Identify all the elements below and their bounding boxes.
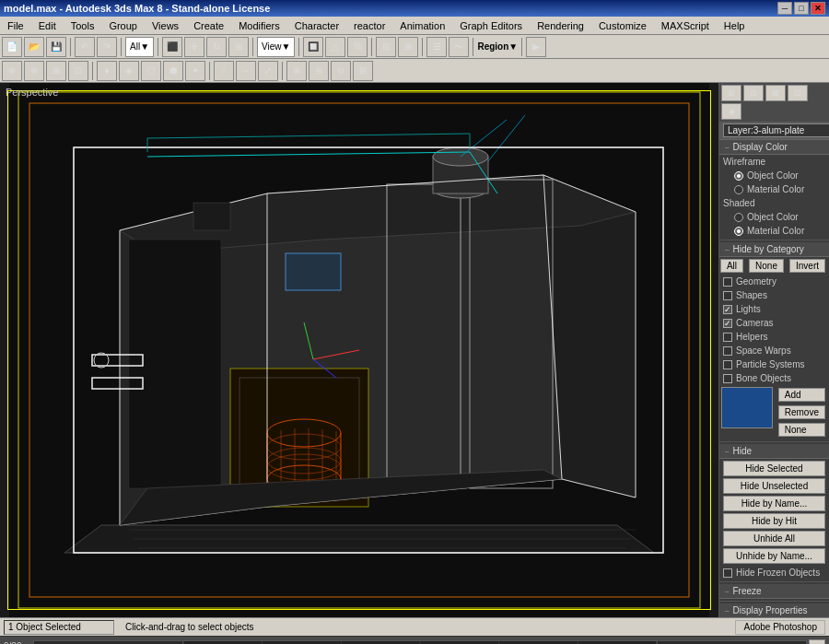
helpers-check[interactable] <box>723 333 732 342</box>
layer-bar: ▼ <box>719 122 829 140</box>
viewport[interactable]: Perspective <box>0 83 718 617</box>
panel-icon-3[interactable]: ⊠ <box>765 85 786 101</box>
new-btn[interactable]: 📄 <box>2 37 22 57</box>
menu-help[interactable]: Help <box>720 19 749 32</box>
unhide-by-name-btn[interactable]: Unhide by Name... <box>723 548 825 564</box>
category-btn-row: All None Invert <box>719 257 829 275</box>
menu-graph-editors[interactable]: Graph Editors <box>456 19 526 32</box>
timeline-track[interactable]: 0 5 10 15 20 25 30 <box>33 640 807 645</box>
tb2-btn16[interactable]: ⊞ <box>353 61 373 81</box>
curve-btn[interactable]: 〜 <box>449 37 469 57</box>
menu-reactor[interactable]: reactor <box>350 19 389 32</box>
tb2-btn6[interactable]: ◈ <box>119 61 139 81</box>
tb2-btn12[interactable]: ⤢ <box>258 61 278 81</box>
menu-group[interactable]: Group <box>105 19 141 32</box>
svg-rect-46 <box>193 203 230 230</box>
shaded-material-radio[interactable] <box>734 227 743 236</box>
angle-snap-btn[interactable]: △ <box>325 37 345 57</box>
menu-edit[interactable]: Edit <box>35 19 60 32</box>
scale-btn[interactable]: ⊞ <box>228 37 249 57</box>
play-btn[interactable]: ▶ <box>809 639 825 645</box>
cameras-check[interactable] <box>723 319 732 328</box>
tb2-btn14[interactable]: ⊜ <box>309 61 329 81</box>
geometry-check[interactable] <box>723 277 732 287</box>
open-btn[interactable]: 📂 <box>24 37 44 57</box>
tb2-btn13[interactable]: ⊛ <box>286 61 307 81</box>
menu-rendering[interactable]: Rendering <box>533 19 588 32</box>
menu-maxscript[interactable]: MAXScript <box>658 19 713 32</box>
unhide-all-btn[interactable]: Unhide All <box>723 531 825 546</box>
menu-modifiers[interactable]: Modifiers <box>235 19 284 32</box>
wireframe-object-radio[interactable] <box>734 171 743 181</box>
layer-name-input[interactable] <box>723 123 829 137</box>
menu-animation[interactable]: Animation <box>396 19 449 32</box>
object-info: 1 Object Selected <box>4 620 114 635</box>
menu-views[interactable]: Views <box>148 19 182 32</box>
remove-btn[interactable]: Remove <box>778 405 825 419</box>
percent-snap-btn[interactable]: % <box>347 37 368 57</box>
filter-dropdown[interactable]: All ▼ <box>125 37 154 57</box>
panel-icon-4[interactable]: ⊡ <box>788 85 808 101</box>
add-btn[interactable]: Add <box>778 388 825 402</box>
hide-by-name-btn[interactable]: Hide by Name... <box>723 496 825 511</box>
particles-row: Particle Systems <box>719 357 829 371</box>
tb2-btn9[interactable]: ✦ <box>185 61 205 81</box>
tb2-btn4[interactable]: ⊡ <box>68 61 88 81</box>
menu-file[interactable]: File <box>4 19 28 32</box>
menu-create[interactable]: Create <box>190 19 228 32</box>
none-btn[interactable]: None <box>749 259 784 273</box>
particles-check[interactable] <box>723 360 732 369</box>
invert-btn[interactable]: Invert <box>789 259 825 273</box>
color-swatch[interactable] <box>721 387 773 428</box>
menu-character[interactable]: Character <box>291 19 343 32</box>
display-props-section: – Display Properties <box>719 603 829 617</box>
save-btn[interactable]: 💾 <box>46 37 66 57</box>
tb2-btn5[interactable]: ♦ <box>97 61 117 81</box>
tb2-btn11[interactable]: ↔ <box>236 61 256 81</box>
tb2-btn1[interactable]: ⊕ <box>2 61 22 81</box>
redo-btn[interactable]: ↷ <box>97 37 117 57</box>
shapes-check[interactable] <box>723 291 732 300</box>
layer-btn[interactable]: ☰ <box>426 37 447 57</box>
tb2-btn8[interactable]: ⬢ <box>163 61 183 81</box>
undo-btn[interactable]: ↶ <box>75 37 95 57</box>
menu-tools[interactable]: Tools <box>67 19 99 32</box>
snap-btn[interactable]: 🔲 <box>303 37 323 57</box>
align-btn[interactable]: ⊞ <box>398 37 418 57</box>
all-btn[interactable]: All <box>720 259 743 273</box>
lights-check[interactable] <box>723 305 732 314</box>
panel-icon-row: ⊞ ⊟ ⊠ ⊡ ◈ <box>719 83 829 122</box>
panel-icon-1[interactable]: ⊞ <box>721 85 741 101</box>
wireframe-material-radio[interactable] <box>734 185 743 194</box>
view-dropdown[interactable]: View ▼ <box>257 37 295 57</box>
photoshop-label: Adobe Photoshop <box>735 620 825 635</box>
move-btn[interactable]: ✛ <box>184 37 204 57</box>
title-text: model.max - Autodesk 3ds Max 8 - Stand-a… <box>4 3 270 14</box>
bones-check[interactable] <box>723 374 732 383</box>
tb2-btn3[interactable]: ⊞ <box>46 61 66 81</box>
hide-frozen-check[interactable] <box>723 568 732 578</box>
none-color-btn[interactable]: None <box>778 423 825 437</box>
close-button[interactable]: ✕ <box>811 2 825 15</box>
tb2-btn10[interactable]: ↕ <box>214 61 234 81</box>
statusbar: 1 Object Selected Click-and-drag to sele… <box>0 617 829 636</box>
rotate-btn[interactable]: ↻ <box>206 37 227 57</box>
hide-by-hit-btn[interactable]: Hide by Hit <box>723 513 825 529</box>
shaded-object-radio[interactable] <box>734 213 743 222</box>
minimize-button[interactable]: ─ <box>777 2 792 15</box>
panel-icon-5[interactable]: ◈ <box>721 103 741 120</box>
tb2-btn15[interactable]: ⊝ <box>331 61 351 81</box>
render-btn[interactable]: ▶ <box>526 37 546 57</box>
hide-selected-btn[interactable]: Hide Selected <box>723 461 825 476</box>
select-btn[interactable]: ⬛ <box>162 37 182 57</box>
tb2-btn2[interactable]: ⊗ <box>24 61 44 81</box>
shaded-object-row: Object Color <box>719 210 829 224</box>
mirror-btn[interactable]: ⊟ <box>376 37 396 57</box>
tb2-btn7[interactable]: ⬡ <box>141 61 161 81</box>
spacewarps-check[interactable] <box>723 346 732 356</box>
panel-icon-2[interactable]: ⊟ <box>743 85 764 101</box>
region-btn[interactable]: Region▼ <box>477 41 518 52</box>
maximize-button[interactable]: □ <box>794 2 809 15</box>
hide-unselected-btn[interactable]: Hide Unselected <box>723 478 825 494</box>
menu-customize[interactable]: Customize <box>595 19 650 32</box>
